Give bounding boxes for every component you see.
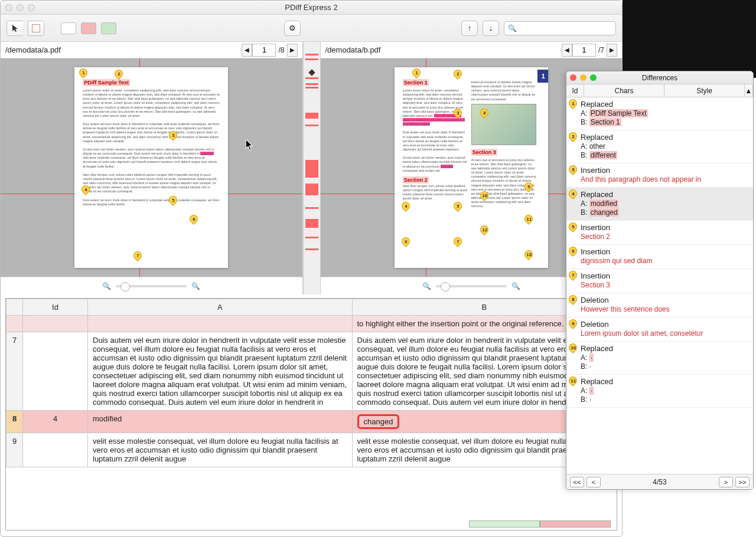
desktop-background	[623, 0, 756, 78]
prev-diff-button[interactable]: <	[586, 477, 601, 487]
doc-a-path: /demodata/a.pdf	[5, 45, 238, 54]
zoom-out-icon[interactable]: 🔍	[422, 282, 431, 290]
tab-id[interactable]: Id	[566, 84, 584, 97]
doc-b-page: Section 1 Lorem ipsum dolor sit amet, co…	[395, 67, 548, 268]
marker-icon[interactable]: 1	[410, 67, 422, 78]
differences-panel: Differences Id Chars Style ▲ 1ReplacedA:…	[566, 71, 754, 490]
page-indicator: 1	[537, 70, 548, 83]
window-title: PDiff Express 2	[1, 3, 622, 12]
marker-icon: 8	[567, 293, 579, 305]
color-swatch-3[interactable]	[101, 22, 116, 34]
scroll-indicator: ▲	[745, 84, 753, 97]
zoom-in-icon[interactable]: 🔍	[191, 282, 200, 290]
doc-b-header: /demodata/b.pdf ◀ /7 ▶	[321, 42, 623, 58]
arrow-up-icon: ↑	[468, 24, 472, 32]
pointer-tool-button[interactable]	[6, 21, 23, 36]
diff-item[interactable]: 7InsertionSection 3	[566, 269, 753, 293]
color-swatch-2[interactable]	[81, 22, 96, 34]
diff-item[interactable]: 3InsertionAnd this paragraph does not ap…	[566, 163, 753, 188]
doc-a-page-nav: ◀ /8 ▶	[242, 44, 297, 57]
diff-item[interactable]: 4ReplacedA: modifiedB: changed	[566, 188, 753, 221]
prev-page-button[interactable]: ◀	[562, 44, 572, 57]
marker-icon[interactable]: 1	[77, 67, 89, 78]
col-a[interactable]: A	[88, 299, 353, 316]
marker-icon: 3	[567, 163, 579, 175]
next-diff-button[interactable]: >	[719, 477, 733, 487]
col-id[interactable]: Id	[23, 299, 88, 316]
marker-icon: 6	[567, 245, 579, 257]
page-number-input[interactable]	[572, 44, 596, 57]
tab-chars[interactable]: Chars	[584, 84, 664, 97]
minimap[interactable]	[303, 42, 321, 294]
page-total: /8	[276, 46, 286, 54]
doc-a-header: /demodata/a.pdf ◀ /8 ▶	[1, 42, 302, 58]
nav-down-button[interactable]: ↓	[483, 21, 499, 36]
diff-titlebar[interactable]: Differences	[566, 71, 753, 84]
main-window: PDiff Express 2 ⚙ ↑ ↓ 🔍 /demodata/a.pdf …	[0, 0, 623, 537]
next-page-button[interactable]: ▶	[287, 44, 298, 57]
table-row[interactable]: 9velit esse molestie consequat, vel illu…	[6, 433, 617, 467]
marker-icon[interactable]: 2	[113, 68, 125, 80]
doc-a-pane: /demodata/a.pdf ◀ /8 ▶ PDiff Sample Text…	[1, 42, 303, 294]
search-input[interactable]: 🔍	[504, 21, 616, 35]
tab-style[interactable]: Style	[664, 84, 745, 97]
diff-item[interactable]: 11ReplacedA: ·B: ·	[566, 375, 753, 408]
prev-page-button[interactable]: ◀	[242, 44, 252, 57]
marker-icon: 2	[567, 130, 579, 142]
diff-item[interactable]: 6Insertiondignissim qui sed diam	[566, 245, 753, 269]
region-tool-button[interactable]	[28, 21, 44, 36]
diff-title: Differences	[566, 74, 753, 82]
diff-item[interactable]: 9DeletionLorem ipsum dolor sit amet, con…	[566, 317, 753, 342]
next-page-button[interactable]: ▶	[607, 44, 617, 57]
table-row[interactable]: 7Duis autem vel eum iriure dolor in hend…	[6, 332, 617, 411]
zoom-slider[interactable]	[436, 285, 507, 287]
nav-up-button[interactable]: ↑	[461, 21, 478, 36]
marker-icon[interactable]: 7	[132, 250, 144, 261]
doc-a-canvas[interactable]: PDiff Sample Text Lorem ipsum dolor sit …	[1, 58, 302, 277]
diff-item[interactable]: 10ReplacedA: ·B: ·	[566, 342, 753, 375]
zoom-in-icon[interactable]: 🔍	[511, 282, 520, 290]
diff-item[interactable]: 5InsertionSection 2	[566, 221, 753, 245]
diff-list[interactable]: 1ReplacedA: PDiff Sample TextB: Section …	[566, 97, 753, 474]
titlebar[interactable]: PDiff Express 2	[1, 1, 622, 15]
color-swatch-1[interactable]	[61, 22, 76, 34]
last-diff-button[interactable]: >>	[735, 477, 750, 487]
documents-area: /demodata/a.pdf ◀ /8 ▶ PDiff Sample Text…	[1, 42, 622, 294]
marker-icon[interactable]: 6	[188, 213, 200, 225]
marker-icon: 4	[567, 188, 579, 199]
arrow-down-icon: ↓	[489, 24, 493, 32]
doc-a-zoom: 🔍 🔍	[1, 277, 302, 294]
page-total: /7	[596, 46, 607, 54]
search-icon: 🔍	[508, 24, 517, 32]
table-row[interactable]: to highlight either the insertion point …	[6, 316, 617, 332]
table-row[interactable]: 84modifiedchanged	[6, 411, 617, 433]
doc-b-page-nav: ◀ /7 ▶	[562, 44, 617, 57]
diff-item[interactable]: 2ReplacedA: otherB: different	[566, 130, 753, 163]
diff-tabs: Id Chars Style ▲	[566, 84, 753, 97]
zoom-out-icon[interactable]: 🔍	[102, 282, 111, 290]
doc-b-path: /demodata/b.pdf	[325, 45, 558, 54]
settings-button[interactable]: ⚙	[284, 21, 301, 36]
diff-item[interactable]: 8DeletionHowever this sentence does	[566, 293, 753, 317]
doc-a-title: PDiff Sample Text	[83, 79, 130, 86]
marker-icon: 9	[567, 317, 579, 329]
zoom-slider[interactable]	[116, 285, 187, 287]
marker-icon: 5	[567, 221, 579, 233]
marker-icon: 10	[567, 342, 579, 353]
toolbar: ⚙ ↑ ↓ 🔍	[1, 15, 622, 42]
diff-position: 4/53	[603, 478, 716, 486]
marker-icon: 11	[567, 375, 579, 387]
page-number-input[interactable]	[252, 44, 276, 57]
diff-table: Id A B to highlight either the insertion…	[5, 298, 617, 531]
first-diff-button[interactable]: <<	[570, 477, 584, 487]
marker-icon: 1	[567, 97, 579, 109]
diff-nav-footer: << < 4/53 > >>	[566, 474, 753, 489]
diff-item[interactable]: 1ReplacedA: PDiff Sample TextB: Section …	[566, 97, 753, 130]
marker-icon: 7	[567, 269, 579, 281]
gear-icon: ⚙	[289, 24, 296, 32]
doc-a-page: PDiff Sample Text Lorem ipsum dolor sit …	[74, 67, 228, 268]
legend-swatches	[469, 520, 611, 528]
